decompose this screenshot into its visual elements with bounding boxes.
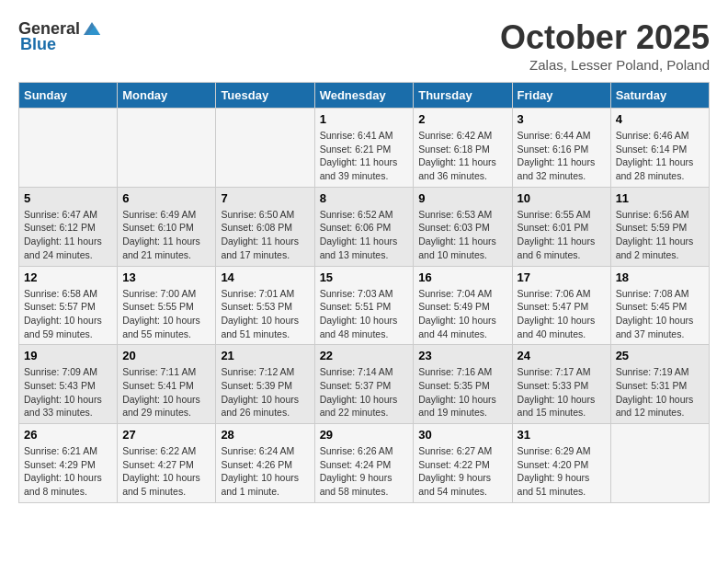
calendar-header-row: SundayMondayTuesdayWednesdayThursdayFrid… <box>19 83 710 109</box>
day-number: 17 <box>518 270 606 284</box>
day-info: Sunrise: 6:52 AM Sunset: 6:06 PM Dayligh… <box>320 208 409 262</box>
day-number: 21 <box>221 349 309 362</box>
day-number: 19 <box>24 349 112 362</box>
day-number: 9 <box>418 191 506 205</box>
day-info: Sunrise: 7:17 AM Sunset: 5:33 PM Dayligh… <box>518 365 606 419</box>
day-header-tuesday: Tuesday <box>216 83 314 109</box>
day-info: Sunrise: 7:09 AM Sunset: 5:43 PM Dayligh… <box>24 365 112 419</box>
calendar-cell: 20Sunrise: 7:11 AM Sunset: 5:41 PM Dayli… <box>118 345 216 424</box>
calendar-cell: 27Sunrise: 6:22 AM Sunset: 4:27 PM Dayli… <box>118 424 216 503</box>
day-number: 14 <box>221 270 309 284</box>
day-info: Sunrise: 7:00 AM Sunset: 5:55 PM Dayligh… <box>122 287 210 341</box>
day-info: Sunrise: 6:22 AM Sunset: 4:27 PM Dayligh… <box>122 444 210 499</box>
day-info: Sunrise: 7:19 AM Sunset: 5:31 PM Dayligh… <box>616 365 704 419</box>
day-info: Sunrise: 6:41 AM Sunset: 6:21 PM Dayligh… <box>320 129 409 183</box>
day-number: 30 <box>418 428 506 442</box>
day-number: 16 <box>418 270 506 284</box>
day-info: Sunrise: 7:11 AM Sunset: 5:41 PM Dayligh… <box>122 365 210 419</box>
calendar-cell: 6Sunrise: 6:49 AM Sunset: 6:10 PM Daylig… <box>118 187 216 266</box>
day-number: 26 <box>24 428 112 442</box>
calendar-cell: 10Sunrise: 6:55 AM Sunset: 6:01 PM Dayli… <box>512 187 610 266</box>
calendar-cell: 21Sunrise: 7:12 AM Sunset: 5:39 PM Dayli… <box>216 345 314 424</box>
day-info: Sunrise: 6:46 AM Sunset: 6:14 PM Dayligh… <box>616 129 704 183</box>
calendar-cell: 24Sunrise: 7:17 AM Sunset: 5:33 PM Dayli… <box>512 345 610 424</box>
calendar-week-row: 1Sunrise: 6:41 AM Sunset: 6:21 PM Daylig… <box>19 109 710 188</box>
calendar-cell: 14Sunrise: 7:01 AM Sunset: 5:53 PM Dayli… <box>216 266 314 345</box>
calendar-cell: 5Sunrise: 6:47 AM Sunset: 6:12 PM Daylig… <box>19 187 118 266</box>
day-number: 24 <box>518 349 606 362</box>
calendar-cell: 1Sunrise: 6:41 AM Sunset: 6:21 PM Daylig… <box>314 109 414 188</box>
day-info: Sunrise: 6:29 AM Sunset: 4:20 PM Dayligh… <box>518 444 606 499</box>
day-number: 20 <box>122 349 210 362</box>
day-number: 31 <box>518 428 606 442</box>
calendar-cell: 16Sunrise: 7:04 AM Sunset: 5:49 PM Dayli… <box>414 266 512 345</box>
day-number: 6 <box>122 191 210 205</box>
day-header-saturday: Saturday <box>610 83 709 109</box>
calendar-cell: 7Sunrise: 6:50 AM Sunset: 6:08 PM Daylig… <box>216 187 314 266</box>
day-info: Sunrise: 7:16 AM Sunset: 5:35 PM Dayligh… <box>418 365 506 419</box>
day-number: 11 <box>616 191 704 205</box>
logo: General Blue <box>18 18 102 54</box>
day-info: Sunrise: 6:58 AM Sunset: 5:57 PM Dayligh… <box>24 287 112 341</box>
day-info: Sunrise: 6:27 AM Sunset: 4:22 PM Dayligh… <box>418 444 506 499</box>
day-info: Sunrise: 6:50 AM Sunset: 6:08 PM Dayligh… <box>221 208 309 262</box>
day-number: 10 <box>518 191 606 205</box>
day-info: Sunrise: 7:08 AM Sunset: 5:45 PM Dayligh… <box>616 287 704 341</box>
calendar-cell: 8Sunrise: 6:52 AM Sunset: 6:06 PM Daylig… <box>314 187 414 266</box>
day-number: 4 <box>616 112 704 126</box>
day-info: Sunrise: 6:26 AM Sunset: 4:24 PM Dayligh… <box>320 444 409 499</box>
day-number: 2 <box>418 112 506 126</box>
calendar-cell <box>610 424 709 503</box>
calendar-cell: 17Sunrise: 7:06 AM Sunset: 5:47 PM Dayli… <box>512 266 610 345</box>
day-header-thursday: Thursday <box>414 83 512 109</box>
day-info: Sunrise: 7:04 AM Sunset: 5:49 PM Dayligh… <box>418 287 506 341</box>
day-header-monday: Monday <box>118 83 216 109</box>
day-info: Sunrise: 6:49 AM Sunset: 6:10 PM Dayligh… <box>122 208 210 262</box>
calendar-cell: 12Sunrise: 6:58 AM Sunset: 5:57 PM Dayli… <box>19 266 118 345</box>
day-info: Sunrise: 6:44 AM Sunset: 6:16 PM Dayligh… <box>518 129 606 183</box>
calendar-cell <box>19 109 118 188</box>
day-info: Sunrise: 7:14 AM Sunset: 5:37 PM Dayligh… <box>320 365 409 419</box>
day-info: Sunrise: 6:24 AM Sunset: 4:26 PM Dayligh… <box>221 444 309 499</box>
day-info: Sunrise: 6:42 AM Sunset: 6:18 PM Dayligh… <box>418 129 506 183</box>
day-number: 1 <box>320 112 409 126</box>
day-number: 22 <box>320 349 409 362</box>
day-info: Sunrise: 6:21 AM Sunset: 4:29 PM Dayligh… <box>24 444 112 499</box>
day-header-wednesday: Wednesday <box>314 83 414 109</box>
day-number: 18 <box>616 270 704 284</box>
day-info: Sunrise: 6:56 AM Sunset: 5:59 PM Dayligh… <box>616 208 704 262</box>
calendar-week-row: 19Sunrise: 7:09 AM Sunset: 5:43 PM Dayli… <box>19 345 710 424</box>
calendar-cell: 15Sunrise: 7:03 AM Sunset: 5:51 PM Dayli… <box>314 266 414 345</box>
calendar-cell: 30Sunrise: 6:27 AM Sunset: 4:22 PM Dayli… <box>414 424 512 503</box>
calendar-cell: 28Sunrise: 6:24 AM Sunset: 4:26 PM Dayli… <box>216 424 314 503</box>
day-info: Sunrise: 6:47 AM Sunset: 6:12 PM Dayligh… <box>24 208 112 262</box>
day-info: Sunrise: 7:03 AM Sunset: 5:51 PM Dayligh… <box>320 287 409 341</box>
day-number: 8 <box>320 191 409 205</box>
calendar-week-row: 5Sunrise: 6:47 AM Sunset: 6:12 PM Daylig… <box>19 187 710 266</box>
day-info: Sunrise: 7:01 AM Sunset: 5:53 PM Dayligh… <box>221 287 309 341</box>
day-header-friday: Friday <box>512 83 610 109</box>
day-info: Sunrise: 6:55 AM Sunset: 6:01 PM Dayligh… <box>518 208 606 262</box>
calendar-cell <box>118 109 216 188</box>
day-number: 28 <box>221 428 309 442</box>
logo-icon <box>82 18 102 39</box>
calendar-cell: 2Sunrise: 6:42 AM Sunset: 6:18 PM Daylig… <box>414 109 512 188</box>
day-number: 13 <box>122 270 210 284</box>
day-info: Sunrise: 7:06 AM Sunset: 5:47 PM Dayligh… <box>518 287 606 341</box>
day-number: 25 <box>616 349 704 362</box>
calendar-cell: 3Sunrise: 6:44 AM Sunset: 6:16 PM Daylig… <box>512 109 610 188</box>
title-block: October 2025 Zalas, Lesser Poland, Polan… <box>500 18 710 73</box>
logo-blue: Blue <box>20 35 56 54</box>
day-info: Sunrise: 6:53 AM Sunset: 6:03 PM Dayligh… <box>418 208 506 262</box>
calendar-cell: 19Sunrise: 7:09 AM Sunset: 5:43 PM Dayli… <box>19 345 118 424</box>
day-info: Sunrise: 7:12 AM Sunset: 5:39 PM Dayligh… <box>221 365 309 419</box>
calendar-cell: 9Sunrise: 6:53 AM Sunset: 6:03 PM Daylig… <box>414 187 512 266</box>
day-number: 15 <box>320 270 409 284</box>
calendar-cell: 13Sunrise: 7:00 AM Sunset: 5:55 PM Dayli… <box>118 266 216 345</box>
day-number: 7 <box>221 191 309 205</box>
location-subtitle: Zalas, Lesser Poland, Poland <box>500 57 710 73</box>
day-number: 5 <box>24 191 112 205</box>
calendar-cell: 22Sunrise: 7:14 AM Sunset: 5:37 PM Dayli… <box>314 345 414 424</box>
calendar-cell: 26Sunrise: 6:21 AM Sunset: 4:29 PM Dayli… <box>19 424 118 503</box>
calendar-cell <box>216 109 314 188</box>
